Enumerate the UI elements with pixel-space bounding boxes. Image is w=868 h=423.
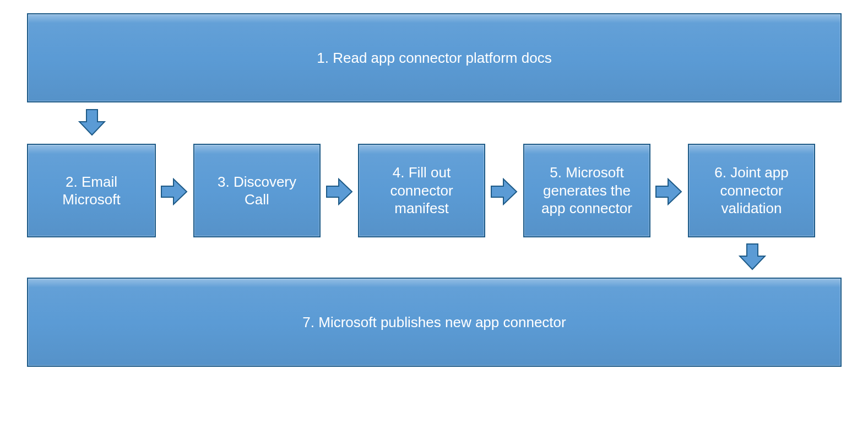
step-6-box: 6. Joint app connector validation bbox=[688, 144, 815, 237]
arrow-down-1 bbox=[78, 109, 106, 136]
step-4-label: 4. Fill out connector manifest bbox=[369, 164, 474, 218]
step-7-box: 7. Microsoft publishes new app connector bbox=[27, 278, 842, 367]
step-1-label: 1. Read app connector platform docs bbox=[317, 49, 551, 67]
arrow-right-4 bbox=[655, 178, 682, 205]
step-3-label: 3. Discovery Call bbox=[204, 173, 310, 209]
step-2-box: 2. Email Microsoft bbox=[27, 144, 156, 237]
arrow-right-1 bbox=[160, 178, 188, 205]
step-5-label: 5. Microsoft generates the app connector bbox=[534, 164, 639, 218]
step-3-box: 3. Discovery Call bbox=[193, 144, 321, 237]
step-6-label: 6. Joint app connector validation bbox=[699, 164, 804, 218]
step-1-box: 1. Read app connector platform docs bbox=[27, 13, 842, 102]
step-2-label: 2. Email Microsoft bbox=[38, 173, 145, 209]
step-4-box: 4. Fill out connector manifest bbox=[358, 144, 485, 237]
flow-diagram: 1. Read app connector platform docs 2. E… bbox=[0, 0, 868, 423]
step-7-label: 7. Microsoft publishes new app connector bbox=[302, 313, 566, 332]
arrow-down-2 bbox=[739, 243, 766, 270]
arrow-right-3 bbox=[490, 178, 518, 205]
arrow-right-2 bbox=[326, 178, 353, 205]
step-5-box: 5. Microsoft generates the app connector bbox=[523, 144, 650, 237]
